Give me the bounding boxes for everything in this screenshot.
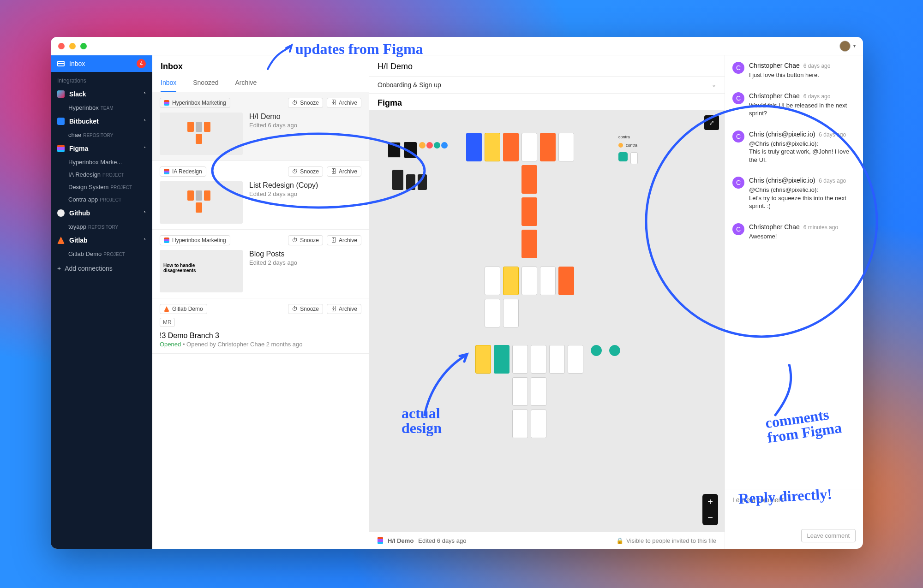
card-title: H/I Demo <box>249 113 297 121</box>
archive-icon: 🗄 <box>331 306 336 312</box>
expand-button[interactable]: ⤢ <box>704 115 719 130</box>
sidebar-item[interactable]: IA RedesignPROJECT <box>51 168 152 181</box>
zoom-in-button[interactable]: + <box>702 494 718 510</box>
add-connections[interactable]: + Add connections <box>51 260 152 277</box>
sidebar-item-label: Hyperinbox Marke... <box>68 159 122 166</box>
sidebar-group-label: Github <box>69 209 90 217</box>
inbox-card[interactable]: IA Redesign ⏱Snooze 🗄Archive List Redesi… <box>152 161 369 230</box>
lock-icon: 🔒 <box>616 537 623 544</box>
sidebar: Inbox 4 Integrations Slack˄HyperinboxTEA… <box>51 55 152 549</box>
tab-archive[interactable]: Archive <box>235 75 257 92</box>
comment-text: @Chris (chris@pixelic.io):Let's try to s… <box>749 186 856 210</box>
inbox-card[interactable]: Gitlab Demo ⏱Snooze 🗄Archive MR !3 Demo … <box>152 298 369 354</box>
visibility-text: Visible to people invited to this file <box>626 537 716 544</box>
sidebar-item[interactable]: Design SystemPROJECT <box>51 181 152 193</box>
sidebar-item-tag: PROJECT <box>110 185 132 190</box>
inbox-card[interactable]: Hyperinbox Marketing ⏱Snooze 🗄Archive H/… <box>152 92 369 161</box>
detail-footer: H/I Demo Edited 6 days ago 🔒 Visible to … <box>369 532 725 549</box>
sidebar-group-label: Slack <box>69 90 86 98</box>
comment: C Chris (chris@pixelic.io)6 days ago @Ch… <box>725 170 863 217</box>
clock-icon: ⏱ <box>292 306 298 312</box>
sidebar-group-label: Figma <box>69 145 88 152</box>
sidebar-item-label: Design System <box>68 184 108 190</box>
plus-icon: + <box>57 265 61 272</box>
comment: C Christopher Chae6 days ago Would this … <box>725 86 863 124</box>
sidebar-group-gitlab[interactable]: Gitlab˄ <box>51 233 152 248</box>
user-menu[interactable]: ▾ <box>839 41 856 52</box>
sidebar-group-slack[interactable]: Slack˄ <box>51 87 152 101</box>
zoom-controls: + − <box>702 494 718 525</box>
canvas-title: Figma <box>369 94 725 110</box>
sidebar-group-bitbucket[interactable]: Bitbucket˄ <box>51 114 152 129</box>
sidebar-group-figma[interactable]: Figma˄ <box>51 141 152 156</box>
sidebar-item-tag: REPOSITORY <box>83 133 113 138</box>
snooze-button[interactable]: ⏱Snooze <box>288 235 323 245</box>
card-title: List Redesign (Copy) <box>249 181 318 190</box>
sidebar-item-label: toyapp <box>68 223 86 230</box>
sidebar-group-github[interactable]: Github˄ <box>51 206 152 220</box>
minimize-icon[interactable] <box>69 43 76 49</box>
close-icon[interactable] <box>58 43 65 49</box>
comment-author: Chris (chris@pixelic.io) <box>749 131 815 138</box>
snooze-button[interactable]: ⏱Snooze <box>288 98 323 108</box>
comment: C Christopher Chae6 days ago I just love… <box>725 55 863 86</box>
tab-snoozed[interactable]: Snoozed <box>193 75 218 92</box>
avatar <box>839 41 851 52</box>
detail-panel: H/I Demo Onboarding & Sign up ⌄ Figma ⤢ <box>369 55 725 549</box>
figma-canvas[interactable]: ⤢ contra contra <box>369 110 725 532</box>
snooze-button[interactable]: ⏱Snooze <box>288 304 323 314</box>
sidebar-item-label: Hyperinbox <box>68 104 99 111</box>
archive-button[interactable]: 🗄Archive <box>327 166 361 177</box>
sidebar-item[interactable]: chaeREPOSITORY <box>51 129 152 141</box>
card-thumbnail: How to handle disagreements <box>160 250 243 292</box>
sidebar-item-tag: TEAM <box>101 106 114 111</box>
snooze-button[interactable]: ⏱Snooze <box>288 166 323 177</box>
comment-text: Would this UI be released in the next sp… <box>749 101 856 118</box>
card-subtitle: Edited 6 days ago <box>249 122 297 129</box>
chevron-up-icon: ˄ <box>144 146 146 151</box>
maximize-icon[interactable] <box>80 43 87 49</box>
footer-file-name: H/I Demo <box>388 537 414 544</box>
inbox-list: Inbox InboxSnoozedArchive Hyperinbox Mar… <box>152 55 369 549</box>
sidebar-item-tag: REPOSITORY <box>88 225 118 230</box>
chevron-down-icon: ▾ <box>853 43 856 48</box>
sidebar-inbox[interactable]: Inbox 4 <box>51 55 152 72</box>
project-chip: Hyperinbox Marketing <box>160 235 230 245</box>
detail-section[interactable]: Onboarding & Sign up ⌄ <box>369 76 725 94</box>
sidebar-item[interactable]: Gitlab DemoPROJECT <box>51 248 152 260</box>
slack-icon <box>57 90 65 98</box>
comment-input[interactable] <box>732 496 856 504</box>
tab-inbox[interactable]: Inbox <box>161 75 176 92</box>
sidebar-item[interactable]: HyperinboxTEAM <box>51 101 152 114</box>
comment-author: Christopher Chae <box>749 62 800 69</box>
detail-title: H/I Demo <box>369 55 725 76</box>
card-title: !3 Demo Branch 3 <box>160 332 361 340</box>
leave-comment-button[interactable]: Leave comment <box>801 529 856 542</box>
comment-time: 6 days ago <box>819 131 846 138</box>
sidebar-item-label: Gitlab Demo <box>68 250 102 257</box>
archive-button[interactable]: 🗄Archive <box>327 98 361 108</box>
mr-badge: MR <box>160 318 175 327</box>
card-thumbnail <box>160 181 243 224</box>
chevron-up-icon: ˄ <box>144 211 146 216</box>
comment-time: 6 minutes ago <box>803 224 838 231</box>
sidebar-item-label: chae <box>68 131 81 138</box>
archive-button[interactable]: 🗄Archive <box>327 304 361 314</box>
figma-icon <box>378 537 383 544</box>
archive-button[interactable]: 🗄Archive <box>327 235 361 245</box>
add-connections-label: Add connections <box>65 265 113 272</box>
sidebar-item[interactable]: toyappREPOSITORY <box>51 220 152 233</box>
inbox-card[interactable]: Hyperinbox Marketing ⏱Snooze 🗄Archive Ho… <box>152 230 369 298</box>
gh-icon <box>57 209 65 217</box>
detail-section-label: Onboarding & Sign up <box>378 81 441 89</box>
archive-icon: 🗄 <box>331 100 336 106</box>
sidebar-item[interactable]: Contra appPROJECT <box>51 193 152 206</box>
sidebar-group-label: Gitlab <box>69 237 88 244</box>
project-chip: IA Redesign <box>160 166 206 177</box>
figma-icon <box>164 100 169 106</box>
inbox-icon <box>57 61 65 66</box>
chevron-up-icon: ˄ <box>144 92 146 97</box>
sidebar-item[interactable]: Hyperinbox Marke... <box>51 156 152 168</box>
zoom-out-button[interactable]: − <box>702 510 718 525</box>
card-meta: Opened • Opened by Christopher Chae 2 mo… <box>160 341 361 348</box>
